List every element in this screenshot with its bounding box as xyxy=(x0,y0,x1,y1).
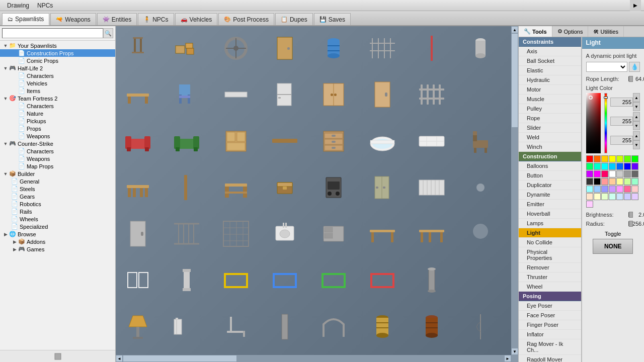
grid-item-barrel3[interactable] xyxy=(412,307,452,347)
grid-item-door3[interactable] xyxy=(118,214,158,254)
tree-node-builder-steels[interactable]: 📄 Steels xyxy=(0,185,115,193)
grid-item-table[interactable] xyxy=(118,167,158,208)
grid-item-wardrobe[interactable] xyxy=(313,74,354,115)
search-input[interactable] xyxy=(2,28,103,38)
grid-item-wire[interactable] xyxy=(460,307,501,347)
color-swatch[interactable] xyxy=(586,193,593,200)
color-swatch[interactable] xyxy=(601,170,608,177)
color-swatch[interactable] xyxy=(601,155,608,162)
color-swatch[interactable] xyxy=(586,170,593,177)
grid-item-bathtub[interactable] xyxy=(362,121,403,161)
color-swatch[interactable] xyxy=(624,178,631,185)
grid-item-crates[interactable] xyxy=(167,28,207,68)
tree-node-comic-props[interactable]: 📄 Comic Props xyxy=(0,57,115,64)
tree-node-builder[interactable]: ▼ 📦 Builder xyxy=(0,170,115,177)
constraint-winch[interactable]: Winch xyxy=(519,142,581,152)
tree-node-cs[interactable]: ▼ 🎮 Counter-Strike xyxy=(0,140,115,147)
color-swatch[interactable] xyxy=(624,193,631,200)
toggle-addons[interactable]: ▶ xyxy=(11,239,18,244)
grid-item-frame-green[interactable] xyxy=(313,260,354,300)
color-swatch[interactable] xyxy=(601,193,608,200)
grid-item-dresser[interactable] xyxy=(313,121,354,161)
right-tab-tools[interactable]: 🔧 Tools xyxy=(519,26,552,37)
color-swatch[interactable] xyxy=(631,170,638,177)
grid-item-wheel[interactable] xyxy=(216,28,256,68)
grid-item-mattress[interactable] xyxy=(412,121,452,161)
grid-item-fence2[interactable] xyxy=(412,74,452,115)
right-tab-options[interactable]: ⚙ Options xyxy=(552,26,589,37)
construction-dynamite[interactable]: Dynamite xyxy=(519,190,581,200)
construction-light[interactable]: Light xyxy=(519,228,581,238)
color-swatch[interactable] xyxy=(609,170,616,177)
scroll-down-button[interactable]: ▼ xyxy=(511,348,518,355)
color-swatch[interactable] xyxy=(609,178,616,185)
vertical-scrollbar[interactable]: ▲ ▼ xyxy=(511,26,518,355)
toggle-cs[interactable]: ▼ xyxy=(2,141,9,146)
color-swatch[interactable] xyxy=(609,193,616,200)
color-swatch[interactable] xyxy=(594,170,601,177)
tree-node-tf2-weapons[interactable]: 📄 Weapons xyxy=(0,132,115,140)
grid-item-sink[interactable] xyxy=(265,214,305,254)
grid-item-flat[interactable] xyxy=(216,74,256,115)
tree-node-your-spawnlists[interactable]: ▼ 📁 Your Spawnlists xyxy=(0,42,115,49)
constraint-motor[interactable]: Motor xyxy=(519,85,581,95)
color-swatch[interactable] xyxy=(631,163,638,170)
grid-item-rod[interactable] xyxy=(412,28,452,68)
toggle-builder[interactable]: ▼ xyxy=(2,171,9,176)
color-swatch[interactable] xyxy=(609,155,616,162)
grid-item-table3[interactable] xyxy=(412,214,452,254)
grid-item-barrel2[interactable] xyxy=(362,307,403,347)
grid-item-white-box[interactable] xyxy=(118,260,158,300)
constraint-ball-socket[interactable]: Ball Socket xyxy=(519,56,581,66)
brightness-slider[interactable] xyxy=(628,212,629,217)
color-swatch[interactable] xyxy=(609,163,616,170)
construction-hoverball[interactable]: Hoverball xyxy=(519,209,581,219)
grid-item-bars[interactable] xyxy=(167,214,207,254)
construction-lamps[interactable]: Lamps xyxy=(519,219,581,228)
grid-item-faucet[interactable] xyxy=(216,307,256,347)
grid-item-sofa-green[interactable] xyxy=(167,121,207,161)
scroll-track-horizontal[interactable] xyxy=(123,355,504,362)
color-swatch[interactable] xyxy=(586,155,593,162)
tab-dupes[interactable]: 📋 Dupes xyxy=(275,13,313,25)
toggle-hl2[interactable]: ▼ xyxy=(2,66,9,71)
grid-item-bars2[interactable] xyxy=(216,214,256,254)
grid-item-radiator[interactable] xyxy=(412,167,452,208)
tree-node-builder-wheels[interactable]: 📄 Wheels xyxy=(0,215,115,223)
color-swatch[interactable] xyxy=(624,155,631,162)
constraint-rope[interactable]: Rope xyxy=(519,114,581,123)
construction-no-collide[interactable]: No Collide xyxy=(519,238,581,247)
color-swatch[interactable] xyxy=(594,155,601,162)
color-swatch[interactable] xyxy=(594,193,601,200)
tree-node-construction-props[interactable]: 📄 Construction Props xyxy=(0,49,115,57)
grid-item-stove[interactable] xyxy=(313,167,354,208)
horizontal-scrollbar[interactable]: ◄ ► xyxy=(116,355,511,362)
grid-item-chair2[interactable] xyxy=(460,121,501,161)
tree-node-builder-gears[interactable]: 📄 Gears xyxy=(0,193,115,200)
scroll-thumb-horizontal[interactable] xyxy=(123,355,237,362)
tree-node-tf2-characters[interactable]: 📄 Characters xyxy=(0,102,115,110)
brightness-thumb[interactable] xyxy=(629,212,633,218)
rope-length-slider[interactable] xyxy=(628,76,629,81)
tab-npcs[interactable]: 🧍 NPCs xyxy=(138,13,174,25)
posing-eye-poser[interactable]: Eye Poser xyxy=(519,301,581,311)
tab-spawnlists[interactable]: 🗂 Spawnlists xyxy=(2,13,49,25)
tree-node-hl2-items[interactable]: 📄 Items xyxy=(0,87,115,95)
construction-wheel[interactable]: Wheel xyxy=(519,282,581,292)
tab-postprocess[interactable]: 🎨 Post Process xyxy=(218,13,274,25)
tree-node-builder-rails[interactable]: 📄 Rails xyxy=(0,208,115,215)
tree-node-browse[interactable]: ▶ 🌐 Browse xyxy=(0,230,115,238)
construction-thruster[interactable]: Thruster xyxy=(519,273,581,282)
g-increment-button[interactable]: ▲ xyxy=(633,112,640,121)
grid-item-lamp[interactable] xyxy=(118,307,158,347)
tree-node-builder-general[interactable]: 📄 General xyxy=(0,177,115,185)
color-swatch[interactable] xyxy=(586,163,593,170)
tree-node-hl2-characters[interactable]: 📄 Characters xyxy=(0,72,115,79)
color-swatch[interactable] xyxy=(616,155,623,162)
grid-item-column[interactable] xyxy=(167,260,207,300)
color-square[interactable] xyxy=(586,93,601,153)
constraint-muscle[interactable]: Muscle xyxy=(519,95,581,104)
color-swatch[interactable] xyxy=(616,186,623,193)
grid-item-table2[interactable] xyxy=(362,214,403,254)
grid-item-tank[interactable] xyxy=(460,28,501,68)
